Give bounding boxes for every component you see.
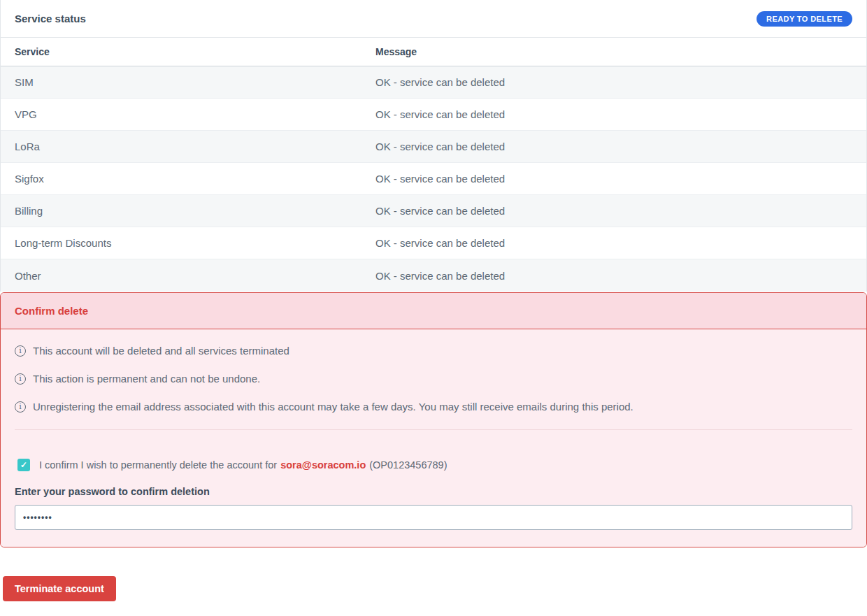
- section-divider: [15, 429, 852, 430]
- info-icon: i: [15, 345, 26, 357]
- confirm-checkbox-label: I confirm I wish to permanently delete t…: [39, 459, 447, 471]
- warning-note: i Unregistering the email address associ…: [15, 399, 852, 414]
- message-cell: OK - service can be deleted: [375, 205, 866, 217]
- confirm-delete-panel: Confirm delete i This account will be de…: [0, 292, 867, 547]
- service-cell: Billing: [1, 205, 375, 217]
- service-cell: VPG: [1, 108, 375, 120]
- message-cell: OK - service can be deleted: [375, 141, 866, 152]
- service-table-body: SIM OK - service can be deleted VPG OK -…: [1, 66, 866, 292]
- warning-note-text: This action is permanent and can not be …: [33, 371, 260, 386]
- message-cell: OK - service can be deleted: [375, 76, 866, 88]
- warning-note-text: This account will be deleted and all ser…: [33, 343, 289, 358]
- message-cell: OK - service can be deleted: [375, 108, 866, 120]
- service-cell: Sigfox: [1, 173, 375, 185]
- column-header-service: Service: [1, 46, 375, 57]
- table-row: LoRa OK - service can be deleted: [1, 131, 866, 163]
- info-icon: i: [15, 401, 26, 413]
- confirm-checkbox[interactable]: ✓: [17, 459, 30, 471]
- message-cell: OK - service can be deleted: [375, 173, 866, 185]
- warning-note: i This account will be deleted and all s…: [15, 343, 852, 358]
- service-cell: LoRa: [1, 141, 375, 152]
- column-header-message: Message: [375, 46, 866, 57]
- account-email: sora@soracom.io: [280, 459, 366, 471]
- service-table-header-row: Service Message: [1, 38, 866, 66]
- service-status-header: Service status READY TO DELETE: [1, 0, 866, 38]
- status-badge: READY TO DELETE: [757, 11, 852, 27]
- table-row: Billing OK - service can be deleted: [1, 195, 866, 227]
- info-icon: i: [15, 373, 26, 385]
- service-cell: Other: [1, 270, 375, 282]
- checkmark-icon: ✓: [20, 460, 27, 470]
- confirm-label-prefix: I confirm I wish to permanently delete t…: [39, 459, 277, 471]
- warning-note: i This action is permanent and can not b…: [15, 371, 852, 386]
- message-cell: OK - service can be deleted: [375, 270, 866, 282]
- service-cell: Long-term Discounts: [1, 237, 375, 249]
- terminate-account-button[interactable]: Terminate account: [3, 576, 116, 601]
- service-status-card: Service status READY TO DELETE Service M…: [0, 0, 867, 292]
- table-row: SIM OK - service can be deleted: [1, 66, 866, 99]
- table-row: Long-term Discounts OK - service can be …: [1, 227, 866, 259]
- table-row: VPG OK - service can be deleted: [1, 99, 866, 131]
- table-row: Sigfox OK - service can be deleted: [1, 163, 866, 195]
- service-cell: SIM: [1, 76, 375, 88]
- confirm-delete-title: Confirm delete: [1, 293, 866, 329]
- warning-note-text: Unregistering the email address associat…: [33, 399, 633, 414]
- message-cell: OK - service can be deleted: [375, 237, 866, 249]
- password-label: Enter your password to confirm deletion: [15, 486, 852, 497]
- table-row: Other OK - service can be deleted: [1, 259, 866, 292]
- confirm-checkbox-row: ✓ I confirm I wish to permanently delete…: [17, 459, 852, 471]
- service-status-title: Service status: [15, 13, 86, 24]
- confirm-delete-body: i This account will be deleted and all s…: [1, 329, 866, 547]
- confirm-label-suffix: (OP0123456789): [369, 459, 447, 471]
- password-input[interactable]: [15, 505, 852, 530]
